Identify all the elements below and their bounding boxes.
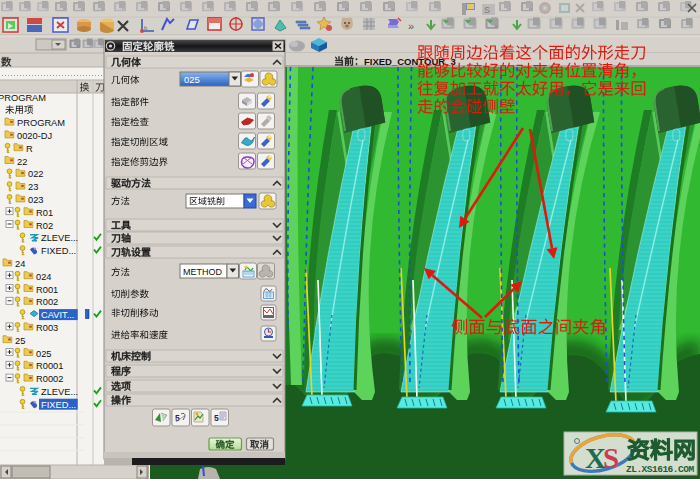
svg-text:FIXED...: FIXED... — [41, 246, 76, 256]
svg-text:ZLEVE...: ZLEVE... — [41, 233, 78, 243]
svg-text:PROGRAM: PROGRAM — [0, 93, 46, 103]
svg-text:FIXED_CONTOUR_3: FIXED_CONTOUR_3 — [364, 56, 456, 67]
svg-text:23: 23 — [28, 182, 38, 192]
svg-text:025: 025 — [184, 74, 200, 85]
svg-text:25: 25 — [15, 336, 25, 346]
svg-text:R02: R02 — [36, 221, 53, 231]
svg-text:R002: R002 — [36, 297, 58, 307]
svg-text:PROGRAM: PROGRAM — [17, 118, 65, 128]
svg-text:FIXED...: FIXED... — [41, 400, 76, 410]
svg-text:R0002: R0002 — [36, 374, 63, 384]
svg-text:5: 5 — [214, 413, 219, 423]
svg-text:022: 022 — [28, 169, 44, 179]
svg-text:24: 24 — [15, 259, 25, 269]
svg-text:5: 5 — [175, 413, 180, 423]
svg-text:ZL.XS1616.COM: ZL.XS1616.COM — [626, 464, 694, 475]
svg-text:R003: R003 — [36, 323, 58, 333]
svg-text:R001: R001 — [36, 285, 58, 295]
svg-text:ZLEVE...: ZLEVE... — [41, 387, 78, 397]
svg-text:023: 023 — [28, 195, 44, 205]
svg-text:R: R — [26, 144, 33, 154]
svg-text:S: S — [603, 442, 619, 474]
svg-text:R0001: R0001 — [36, 361, 63, 371]
svg-text:22: 22 — [17, 157, 27, 167]
svg-text:CAVIT...: CAVIT... — [41, 310, 74, 320]
svg-text:024: 024 — [36, 272, 52, 282]
svg-text:025: 025 — [36, 349, 52, 359]
svg-text:R01: R01 — [36, 208, 53, 218]
svg-text:METHOD: METHOD — [183, 267, 222, 277]
svg-text:0020-DJ: 0020-DJ — [17, 131, 52, 141]
